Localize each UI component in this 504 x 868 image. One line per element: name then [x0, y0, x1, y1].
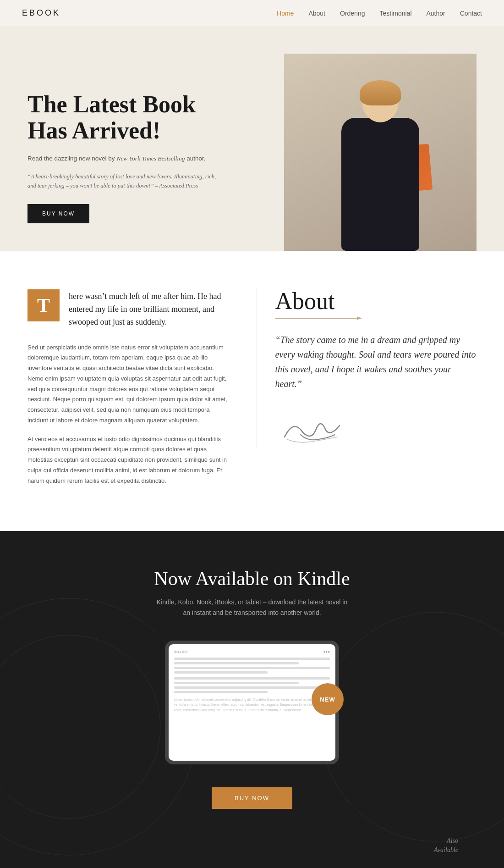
tablet-screen: 9:41 AM ●●● Lorem ipsum dolor sit amet, …	[169, 644, 335, 761]
nav-contact[interactable]: Contact	[460, 10, 482, 17]
nav-testimonial[interactable]: Testimonial	[379, 10, 411, 17]
hero-person-image	[284, 54, 477, 251]
about-left-column: T here wasn’t much left of me after him.…	[27, 287, 257, 494]
about-title: About	[275, 287, 477, 315]
about-title-underline	[275, 318, 358, 319]
nav-home[interactable]: Home	[277, 10, 294, 17]
about-drop-cap-area: T here wasn’t much left of me after him.…	[27, 287, 229, 329]
person-body	[341, 118, 419, 251]
about-body-1: Sed ut perspiciatis unde omnis iste natu…	[27, 343, 229, 426]
about-intro-text: here wasn’t much left of me after him. H…	[69, 287, 229, 329]
person-silhouette	[316, 77, 444, 251]
tablet-text-line	[174, 682, 299, 684]
hero-image-area	[220, 54, 477, 251]
author-signature	[275, 409, 477, 448]
about-quote-text: “The story came to me in a dream and gri…	[275, 332, 477, 391]
also-available-label: AlsoAvailable	[434, 836, 458, 854]
hero-buy-button[interactable]: BUY NOW	[27, 204, 89, 223]
kindle-subtitle: Kindle, Kobo, Nook, iBooks, or tablet – …	[156, 597, 348, 618]
hero-section: The Latest Book Has Arrived! Read the da…	[0, 26, 504, 251]
kindle-section: Now Available on Kindle Kindle, Kobo, No…	[0, 531, 504, 868]
nav-links: Home About Ordering Testimonial Author C…	[277, 9, 482, 17]
hero-subtitle: Read the dazzling new novel by New York …	[27, 154, 220, 164]
tablet-mockup: 9:41 AM ●●● Lorem ipsum dolor sit amet, …	[165, 641, 339, 764]
tablet-text-line	[174, 686, 330, 689]
about-right-column: About “The story came to me in a dream a…	[257, 287, 477, 448]
tablet-text-line	[174, 677, 330, 680]
about-section: T here wasn’t much left of me after him.…	[0, 251, 504, 531]
new-badge: NEW	[312, 683, 344, 715]
hero-quote: “A heart-breakingly beautiful story of l…	[27, 172, 220, 190]
tablet-text-line	[174, 667, 330, 669]
person-hair	[360, 80, 401, 105]
tablet-text-line	[174, 671, 268, 674]
about-body-2: At vero eos et accusamus et iusto odio d…	[27, 434, 229, 487]
kindle-title: Now Available on Kindle	[27, 568, 477, 590]
nav-about[interactable]: About	[308, 10, 325, 17]
kindle-buy-button[interactable]: BUY NOW	[212, 787, 292, 809]
hero-content: The Latest Book Has Arrived! Read the da…	[27, 91, 220, 251]
svg-point-7	[0, 635, 160, 818]
tablet-text-line	[174, 662, 299, 664]
nav-author[interactable]: Author	[427, 10, 445, 17]
retailers-area: AlsoAvailable	[27, 836, 477, 854]
navbar: EBOOK Home About Ordering Testimonial Au…	[0, 0, 504, 26]
tablet-text-line	[174, 691, 268, 693]
hero-title: The Latest Book Has Arrived!	[27, 91, 220, 144]
svg-point-8	[321, 612, 504, 841]
nav-ordering[interactable]: Ordering	[340, 10, 365, 17]
drop-cap-letter: T	[27, 289, 60, 321]
tablet-text-line	[174, 658, 330, 660]
site-logo: EBOOK	[22, 8, 60, 18]
